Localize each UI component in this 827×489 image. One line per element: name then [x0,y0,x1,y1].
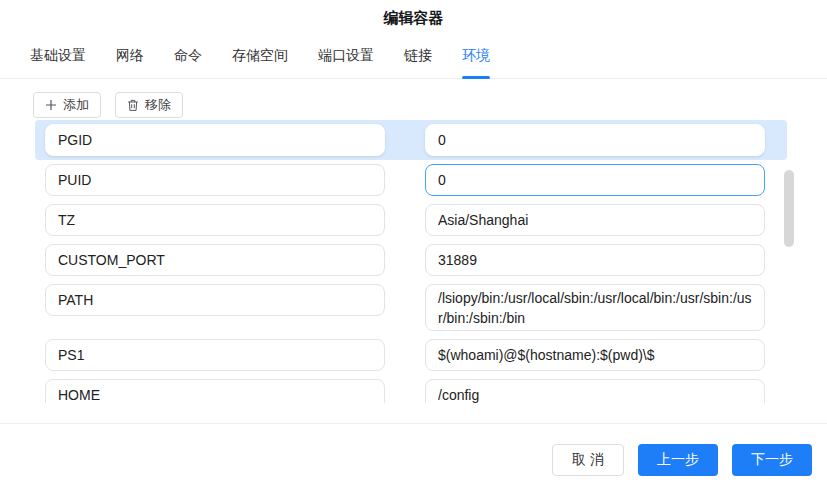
footer: 取 消 上一步 下一步 [552,444,812,476]
env-value-input[interactable] [425,244,765,276]
env-row[interactable] [35,335,787,375]
tab-links[interactable]: 链接 [404,41,432,78]
toolbar: 添加 移除 [33,92,827,118]
env-key-input[interactable] [45,124,385,156]
env-row[interactable] [35,120,787,160]
tab-storage[interactable]: 存储空间 [232,41,288,78]
tab-env[interactable]: 环境 [462,41,490,78]
env-value-input[interactable] [425,339,765,371]
env-key-input[interactable] [45,164,385,196]
env-row[interactable] [35,240,787,280]
footer-divider [0,423,827,424]
env-value-input[interactable] [425,284,765,331]
tab-network[interactable]: 网络 [116,41,144,78]
trash-icon [127,99,139,112]
env-key-input[interactable] [45,339,385,371]
tab-bar: 基础设置网络命令存储空间端口设置链接环境 [0,41,827,79]
env-row[interactable] [35,280,787,335]
add-env-label: 添加 [63,96,89,114]
env-list [35,120,787,403]
plus-icon [45,99,57,111]
dialog-title: 编辑容器 [0,0,827,27]
env-key-input[interactable] [45,244,385,276]
tab-basic[interactable]: 基础设置 [30,41,86,78]
cancel-button[interactable]: 取 消 [552,444,624,476]
prev-step-button[interactable]: 上一步 [638,444,718,476]
env-key-input[interactable] [45,204,385,236]
scrollbar-thumb[interactable] [784,170,794,247]
env-value-input[interactable] [425,124,765,156]
env-value-input[interactable] [425,204,765,236]
env-key-input[interactable] [45,284,385,316]
env-row[interactable] [35,160,787,200]
env-row[interactable] [35,200,787,240]
remove-env-button[interactable]: 移除 [115,92,183,118]
env-row[interactable] [35,375,787,403]
env-value-input[interactable] [425,379,765,403]
env-value-input[interactable] [425,164,765,196]
env-key-input[interactable] [45,379,385,403]
tab-ports[interactable]: 端口设置 [318,41,374,78]
remove-env-label: 移除 [145,96,171,114]
next-step-button[interactable]: 下一步 [732,444,812,476]
tab-command[interactable]: 命令 [174,41,202,78]
add-env-button[interactable]: 添加 [33,92,101,118]
